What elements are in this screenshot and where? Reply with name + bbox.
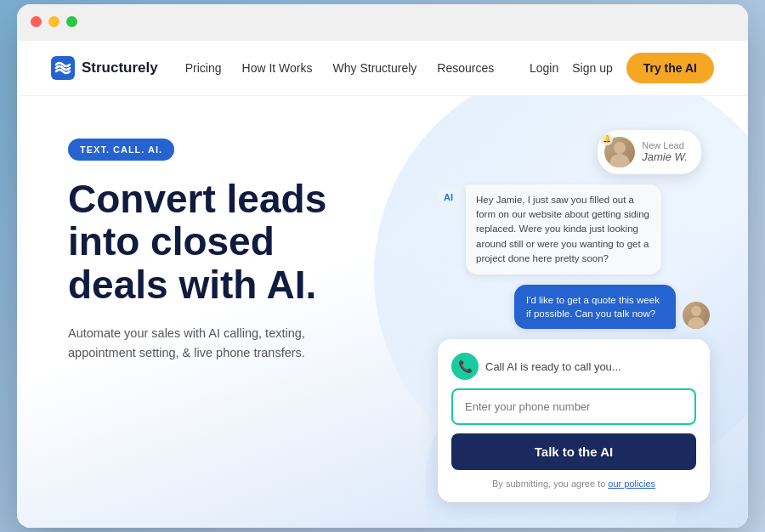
close-dot[interactable] [31, 16, 42, 27]
login-button[interactable]: Login [530, 61, 558, 75]
hero-title: Convert leads into closed deals with AI. [68, 178, 382, 307]
nav-how-it-works[interactable]: How It Works [242, 61, 313, 75]
agree-text: By submitting, you agree to our policies [451, 478, 696, 489]
phone-input[interactable] [451, 388, 696, 425]
ai-label: AI [438, 188, 459, 207]
browser-chrome [17, 4, 748, 41]
bell-icon: 🔔 [601, 133, 613, 145]
hero-section: TEXT. CALL. AI. Convert leads into close… [17, 96, 748, 528]
hero-subtitle: Automate your sales with AI calling, tex… [68, 324, 323, 363]
new-lead-name: Jamie W. [642, 150, 688, 163]
nav-pricing[interactable]: Pricing [185, 61, 222, 75]
nav-actions: Login Sign up Try the AI [530, 53, 714, 83]
user-message-row: I'd like to get a quote this week if pos… [438, 285, 710, 329]
signup-button[interactable]: Sign up [572, 61, 612, 75]
hero-left: TEXT. CALL. AI. Convert leads into close… [17, 96, 416, 528]
minimize-dot[interactable] [48, 16, 60, 27]
nav-links: Pricing How It Works Why Structurely Res… [185, 61, 502, 75]
hero-right: 🔔 New Lead Jamie W. AI Hey Jamie, I just… [416, 96, 748, 528]
user-avatar [683, 302, 710, 329]
ai-message-row: AI Hey Jamie, I just saw you filled out … [438, 184, 710, 274]
browser-window: Structurely Pricing How It Works Why Str… [17, 4, 748, 528]
ai-bubble: Hey Jamie, I just saw you filled out a f… [466, 184, 661, 274]
new-lead-label: New Lead [642, 140, 688, 150]
navbar: Structurely Pricing How It Works Why Str… [17, 41, 748, 96]
call-ready-row: 📞 Call AI is ready to call you... [451, 353, 696, 380]
notif-icon-wrap: 🔔 [604, 137, 635, 167]
logo-icon [51, 56, 75, 80]
hero-badge: TEXT. CALL. AI. [68, 139, 174, 161]
chat-container: 🔔 New Lead Jamie W. AI Hey Jamie, I just… [438, 130, 710, 502]
logo-text: Structurely [82, 59, 158, 76]
browser-dots [31, 16, 734, 27]
new-lead-notification: 🔔 New Lead Jamie W. [598, 130, 701, 174]
nav-resources[interactable]: Resources [437, 61, 494, 75]
try-ai-button[interactable]: Try the AI [626, 53, 714, 83]
phone-icon: 📞 [451, 353, 479, 380]
logo[interactable]: Structurely [51, 56, 158, 80]
policies-link[interactable]: our policies [608, 478, 655, 489]
nav-why[interactable]: Why Structurely [333, 61, 417, 75]
browser-tab-bar [31, 36, 734, 41]
maximize-dot[interactable] [66, 16, 77, 27]
talk-to-ai-button[interactable]: Talk to the AI [451, 433, 696, 470]
user-bubble: I'd like to get a quote this week if pos… [514, 285, 676, 329]
cta-card: 📞 Call AI is ready to call you... Talk t… [438, 339, 710, 502]
notif-text: New Lead Jamie W. [642, 140, 688, 163]
call-ready-text: Call AI is ready to call you... [485, 360, 621, 373]
page: Structurely Pricing How It Works Why Str… [17, 41, 748, 528]
